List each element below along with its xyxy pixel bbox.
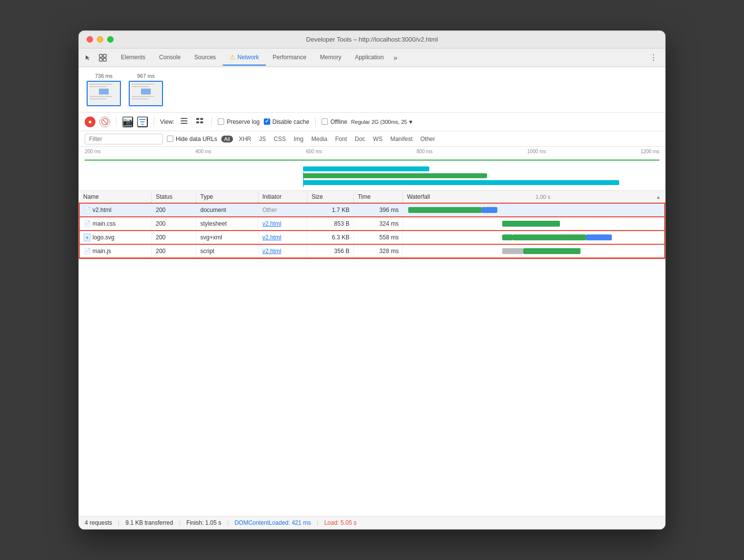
throttle-select[interactable]: Regular 2G (300ms, 25 ▼ [351, 119, 413, 125]
timeline-bar-3 [303, 180, 619, 185]
cell-status: 200 [152, 244, 196, 258]
screenshot-thumb[interactable] [87, 81, 121, 106]
timeline-green-line [85, 160, 659, 161]
maximize-button[interactable] [107, 36, 114, 43]
disable-cache-checkbox[interactable] [264, 118, 270, 125]
cell-initiator[interactable]: v2.html [258, 217, 307, 231]
filter-type-manifest[interactable]: Manifest [388, 135, 414, 143]
filter-type-font[interactable]: Font [333, 135, 349, 143]
cell-initiator[interactable]: v2.html [258, 244, 307, 258]
divider [211, 117, 212, 127]
detail-view-button[interactable] [194, 117, 206, 127]
tab-console[interactable]: Console [152, 50, 187, 66]
cell-time: 328 ms [353, 244, 403, 258]
tab-network[interactable]: ⚠ Network [223, 49, 266, 66]
tab-bar-icons [83, 52, 108, 63]
divider [116, 117, 116, 127]
more-tabs-button[interactable]: » [391, 50, 400, 66]
status-bar: 4 requests | 9.1 KB transferred | Finish… [79, 516, 665, 529]
tab-bar: Elements Console Sources ⚠ Network Perfo… [79, 48, 665, 67]
cell-time: 558 ms [353, 231, 403, 244]
tick-200: 200 ms [85, 149, 101, 154]
cell-waterfall [403, 244, 665, 258]
devtools-window: Developer Tools – http://localhost:3000/… [78, 30, 666, 530]
cursor-icon[interactable] [83, 52, 93, 63]
preserve-log-label[interactable]: Preserve log [218, 118, 259, 125]
filter-type-xhr[interactable]: XHR [237, 135, 253, 143]
cell-status: 200 [152, 231, 196, 244]
record-button[interactable]: ● [85, 117, 95, 127]
list-view-button[interactable] [178, 117, 190, 127]
table-row[interactable]: 📄main.js200scriptv2.html356 B328 ms [79, 244, 665, 258]
filter-button[interactable] [137, 117, 148, 127]
screenshot-item[interactable]: 736 ms [87, 73, 121, 106]
preserve-log-checkbox[interactable] [218, 118, 224, 125]
tick-600: 600 ms [306, 149, 322, 154]
cell-type: stylesheet [196, 217, 258, 231]
cell-size: 6.3 KB [307, 231, 354, 244]
filter-input[interactable] [85, 134, 163, 144]
col-size[interactable]: Size [307, 191, 354, 203]
cell-initiator[interactable]: v2.html [258, 231, 307, 244]
svg-rect-7 [196, 118, 199, 120]
filter-type-js[interactable]: JS [257, 135, 268, 143]
network-table-container[interactable]: Name Status Type Initiator Size Time Wat… [79, 191, 665, 516]
offline-checkbox[interactable] [322, 118, 328, 125]
requests-count: 4 requests [85, 519, 112, 526]
tab-sources[interactable]: Sources [187, 50, 223, 66]
network-rows: 📄v2.html200documentOther1.7 KB396 ms📄mai… [79, 203, 665, 258]
timeline-bar[interactable]: 200 ms 400 ms 600 ms 800 ms 1000 ms 1200… [79, 147, 665, 191]
svg-rect-10 [200, 121, 203, 123]
filter-type-doc[interactable]: Doc [353, 135, 367, 143]
warning-icon: ⚠ [230, 53, 235, 61]
filter-type-css[interactable]: CSS [272, 135, 288, 143]
filter-type-all[interactable]: All [221, 136, 233, 142]
table-row[interactable]: 📄main.css200stylesheetv2.html853 B324 ms [79, 217, 665, 231]
tab-memory[interactable]: Memory [313, 50, 348, 66]
table-row[interactable]: Slogo.svg200svg+xmlv2.html6.3 KB558 ms [79, 231, 665, 244]
clear-button[interactable]: 🚫 [99, 117, 110, 127]
waterfall-label: Waterfall [407, 193, 430, 200]
inspect-icon[interactable] [97, 52, 108, 63]
cell-name: 📄main.css [79, 217, 152, 231]
window-title: Developer Tools – http://localhost:3000/… [306, 36, 438, 43]
col-name[interactable]: Name [79, 191, 152, 203]
svg-rect-0 [99, 54, 102, 57]
cell-initiator: Other [258, 203, 307, 217]
disable-cache-label[interactable]: Disable cache [264, 118, 309, 125]
svg-rect-2 [99, 58, 102, 61]
cell-waterfall [403, 231, 665, 244]
screenshot-item[interactable]: 967 ms [129, 73, 163, 106]
cell-type: document [196, 203, 258, 217]
filter-bar: Hide data URLs All XHR JS CSS Img Media … [79, 131, 665, 147]
tab-performance[interactable]: Performance [266, 50, 313, 66]
cell-name: 📄main.js [79, 244, 152, 258]
tab-elements[interactable]: Elements [114, 50, 152, 66]
devtools-menu-button[interactable]: ⋮ [646, 51, 661, 64]
hide-data-urls-label[interactable]: Hide data URLs [167, 136, 217, 142]
hide-data-urls-checkbox[interactable] [167, 136, 173, 142]
transferred-size: 9.1 KB transferred [125, 519, 173, 526]
filter-type-other[interactable]: Other [418, 135, 437, 143]
filter-type-media[interactable]: Media [309, 135, 329, 143]
svg-rect-3 [103, 58, 106, 61]
close-button[interactable] [87, 36, 93, 43]
cell-waterfall [403, 217, 665, 231]
offline-label[interactable]: Offline [322, 118, 347, 125]
col-type[interactable]: Type [196, 191, 258, 203]
col-initiator[interactable]: Initiator [258, 191, 307, 203]
col-status[interactable]: Status [152, 191, 196, 203]
camera-button[interactable]: 📷 [122, 117, 133, 127]
tick-1000: 1000 ms [527, 149, 546, 154]
filter-type-img[interactable]: Img [292, 135, 305, 143]
minimize-button[interactable] [97, 36, 103, 43]
dom-content-loaded[interactable]: DOMContentLoaded: 421 ms [234, 519, 311, 526]
table-row[interactable]: 📄v2.html200documentOther1.7 KB396 ms [79, 203, 665, 217]
col-waterfall[interactable]: Waterfall 1.00 s ▲ [403, 191, 665, 203]
tab-application[interactable]: Application [348, 50, 391, 66]
filter-type-ws[interactable]: WS [371, 135, 384, 143]
col-time[interactable]: Time [353, 191, 403, 203]
finish-time: Finish: 1.05 s [186, 519, 221, 526]
screenshot-thumb[interactable] [129, 81, 163, 106]
sort-icon: ▲ [656, 194, 661, 200]
